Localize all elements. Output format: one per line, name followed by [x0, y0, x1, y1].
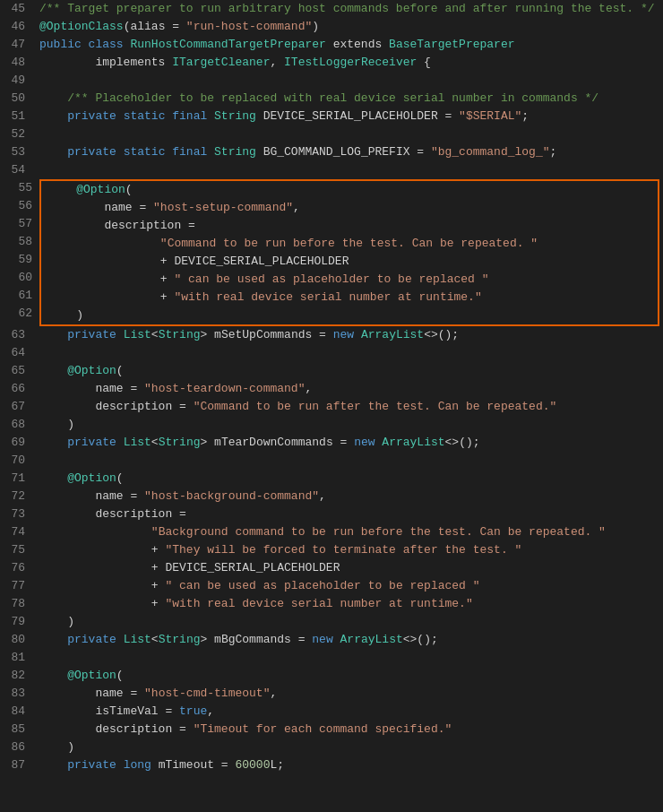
- line-content: name = "host-teardown-command",: [32, 380, 663, 398]
- line-number: 85: [0, 721, 32, 739]
- line-content: "Background command to be run before the…: [32, 523, 663, 541]
- code-line: 76 + DEVICE_SERIAL_PLACEHOLDER: [0, 559, 663, 577]
- code-line: 67 description = "Command to be run afte…: [0, 398, 663, 416]
- line-content: + DEVICE_SERIAL_PLACEHOLDER: [41, 253, 658, 271]
- line-content: + "They will be forced to terminate afte…: [32, 541, 663, 559]
- line-content: public class RunHostCommandTargetPrepare…: [32, 36, 663, 54]
- code-line: 77 + " can be used as placeholder to be …: [0, 577, 663, 595]
- line-content: name = "host-cmd-timeout",: [32, 685, 663, 703]
- line-number: 54: [0, 161, 32, 179]
- line-number: 46: [0, 18, 32, 36]
- code-line: 82 @Option(: [0, 667, 663, 685]
- line-content: @Option(: [32, 362, 663, 380]
- line-content: description =: [32, 505, 663, 523]
- line-number: 67: [0, 398, 32, 416]
- line-content: ): [32, 739, 663, 756]
- line-number: 55: [0, 179, 39, 197]
- line-number: 60: [0, 269, 39, 287]
- line-content: + DEVICE_SERIAL_PLACEHOLDER: [32, 559, 663, 577]
- code-line: 87 private long mTimeout = 60000L;: [0, 756, 663, 774]
- code-line: 72 name = "host-background-command",: [0, 488, 663, 505]
- line-number: 75: [0, 541, 32, 559]
- code-line: 85 description = "Timeout for each comma…: [0, 721, 663, 739]
- code-line: 79 ): [0, 613, 663, 631]
- line-content: @OptionClass(alias = "run-host-command"): [32, 18, 663, 36]
- line-number: 73: [0, 505, 32, 523]
- line-content: ): [32, 613, 663, 631]
- line-content: description =: [41, 217, 658, 235]
- line-number: 57: [0, 215, 39, 233]
- code-line: 80 private List<String> mBgCommands = ne…: [0, 631, 663, 649]
- line-number: 86: [0, 739, 32, 756]
- line-content: description = "Command to be run after t…: [32, 398, 663, 416]
- line-content: ): [41, 307, 658, 324]
- code-line: 54: [0, 161, 663, 179]
- line-number: 48: [0, 54, 32, 72]
- line-number: 74: [0, 523, 32, 541]
- highlight-box: @Option( name = "host-setup-command", de…: [39, 179, 659, 326]
- line-number: 81: [0, 649, 32, 667]
- line-number: 72: [0, 488, 32, 505]
- line-number: 77: [0, 577, 32, 595]
- code-editor: 45 /** Target preparer to run arbitrary …: [0, 0, 663, 774]
- code-line: 45 /** Target preparer to run arbitrary …: [0, 0, 663, 18]
- code-line: 73 description =: [0, 505, 663, 523]
- code-line: 47 public class RunHostCommandTargetPrep…: [0, 36, 663, 54]
- code-line: 53 private static final String BG_COMMAN…: [0, 143, 663, 161]
- line-number: 87: [0, 756, 32, 774]
- line-number: 62: [0, 305, 39, 323]
- line-number: 63: [0, 326, 32, 344]
- highlight-section: 5556575859606162 @Option( name = "host-s…: [0, 179, 663, 326]
- code-line: 52: [0, 125, 663, 143]
- line-number: 79: [0, 613, 32, 631]
- line-content: /** Placeholder to be replaced with real…: [32, 90, 663, 108]
- code-line: 70: [0, 452, 663, 470]
- line-number: 50: [0, 90, 32, 108]
- code-line: 78 + "with real device serial number at …: [0, 595, 663, 613]
- line-content: implements ITargetCleaner, ITestLoggerRe…: [32, 54, 663, 72]
- code-line: 49: [0, 72, 663, 90]
- line-content: description = "Timeout for each command …: [32, 721, 663, 739]
- line-number: 56: [0, 197, 39, 215]
- line-number: 69: [0, 434, 32, 452]
- line-number: 76: [0, 559, 32, 577]
- code-line: 75 + "They will be forced to terminate a…: [0, 541, 663, 559]
- line-content: @Option(: [41, 181, 658, 199]
- line-content: /** Target preparer to run arbitrary hos…: [32, 0, 663, 18]
- code-line: 84 isTimeVal = true,: [0, 703, 663, 721]
- line-number: 51: [0, 108, 32, 125]
- code-line: 68 ): [0, 416, 663, 434]
- line-number: 84: [0, 703, 32, 721]
- line-number: 68: [0, 416, 32, 434]
- line-content: + "with real device serial number at run…: [41, 289, 658, 307]
- line-number: 52: [0, 125, 32, 143]
- code-line: 74 "Background command to be run before …: [0, 523, 663, 541]
- line-content: name = "host-background-command",: [32, 488, 663, 505]
- line-content: @Option(: [32, 470, 663, 488]
- line-number: 65: [0, 362, 32, 380]
- code-line: 71 @Option(: [0, 470, 663, 488]
- line-number: 53: [0, 143, 32, 161]
- line-number: 49: [0, 72, 32, 90]
- line-content: "Command to be run before the test. Can …: [41, 235, 658, 253]
- line-number: 80: [0, 631, 32, 649]
- line-number: 64: [0, 344, 32, 362]
- line-content: private List<String> mTearDownCommands =…: [32, 434, 663, 452]
- line-number: 59: [0, 251, 39, 269]
- code-line: 51 private static final String DEVICE_SE…: [0, 108, 663, 125]
- code-line: 66 name = "host-teardown-command",: [0, 380, 663, 398]
- line-content: isTimeVal = true,: [32, 703, 663, 721]
- line-number: 66: [0, 380, 32, 398]
- line-number: 70: [0, 452, 32, 470]
- code-line: 65 @Option(: [0, 362, 663, 380]
- line-number: 61: [0, 287, 39, 305]
- code-line: 83 name = "host-cmd-timeout",: [0, 685, 663, 703]
- code-line: 86 ): [0, 739, 663, 756]
- code-line: 69 private List<String> mTearDownCommand…: [0, 434, 663, 452]
- line-content: name = "host-setup-command",: [41, 199, 658, 217]
- code-line: 64: [0, 344, 663, 362]
- line-content: + " can be used as placeholder to be rep…: [41, 271, 658, 289]
- line-content: + " can be used as placeholder to be rep…: [32, 577, 663, 595]
- line-number: 58: [0, 233, 39, 251]
- line-content: ): [32, 416, 663, 434]
